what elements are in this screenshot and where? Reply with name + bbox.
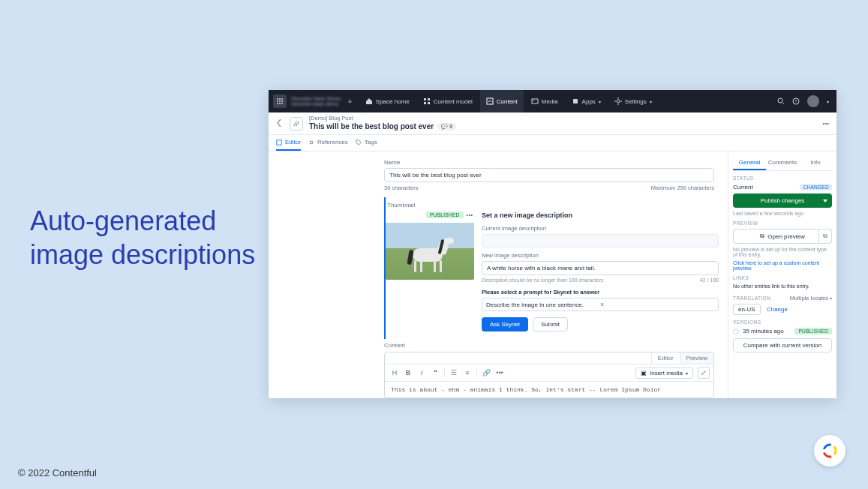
- slide-footer: © 2022 Contentful: [18, 467, 97, 478]
- svg-point-3: [277, 98, 278, 100]
- status-current-label: Current: [733, 184, 753, 190]
- svg-point-6: [277, 100, 278, 102]
- ask-skynet-button[interactable]: Ask Skynet: [482, 317, 528, 332]
- preview-heading: PREVIEW: [733, 220, 832, 226]
- name-label: Name: [384, 159, 400, 166]
- search-icon[interactable]: [777, 98, 785, 105]
- app-window: Describe Hack Demo describe-hack-demo ≡ …: [269, 90, 836, 398]
- app-switcher-button[interactable]: [273, 94, 287, 108]
- open-preview-button[interactable]: ⧉ Open preview ⧉: [733, 229, 832, 244]
- prompt-select[interactable]: Describe the image in one sentence. ×: [482, 298, 719, 311]
- entry-title: This will be the best blog post ever: [309, 122, 434, 131]
- tab-editor[interactable]: Editor: [276, 135, 301, 151]
- compare-version-button[interactable]: Compare with current version: [733, 338, 832, 352]
- sidebar-tab-info[interactable]: Info: [799, 156, 832, 170]
- status-changed-badge: CHANGED: [800, 184, 832, 190]
- svg-point-21: [778, 98, 782, 103]
- rte-tab-editor[interactable]: Editor: [651, 352, 680, 364]
- rte-tab-preview[interactable]: Preview: [680, 352, 713, 364]
- rte-quote-button[interactable]: ❝: [429, 367, 441, 379]
- multiple-locales-button[interactable]: Multiple locales ▾: [790, 295, 832, 302]
- rte-more-button[interactable]: •••: [494, 367, 506, 379]
- user-menu-chevron-icon[interactable]: ▾: [827, 99, 829, 104]
- svg-point-9: [277, 103, 278, 104]
- last-saved-text: Last saved a few seconds ago: [733, 211, 832, 216]
- svg-point-8: [281, 100, 283, 102]
- help-icon[interactable]: ?: [792, 98, 800, 105]
- desc-count: 42 / 100: [700, 278, 719, 283]
- nav-content-model[interactable]: Content model: [417, 90, 479, 112]
- svg-text:?: ?: [795, 99, 797, 104]
- nav-apps[interactable]: Apps▾: [566, 90, 607, 112]
- content-label: Content: [384, 342, 714, 349]
- svg-rect-16: [487, 98, 493, 104]
- tab-references[interactable]: References: [308, 135, 348, 151]
- top-nav-bar: Describe Hack Demo describe-hack-demo ≡ …: [269, 90, 836, 112]
- setup-preview-link[interactable]: Click here to set up a custom content pr…: [733, 260, 832, 271]
- sidebar-tab-general[interactable]: General: [733, 156, 766, 170]
- thumbnail-label: Thumbnail: [387, 202, 719, 208]
- image-icon: ▣: [641, 370, 647, 376]
- svg-rect-15: [428, 102, 430, 104]
- svg-rect-24: [277, 140, 281, 144]
- svg-point-18: [533, 100, 534, 101]
- svg-point-7: [279, 100, 281, 102]
- entry-more-menu[interactable]: •••: [823, 120, 829, 127]
- image-desc-heading: Set a new image description: [482, 212, 719, 219]
- rte-bold-button[interactable]: B: [402, 367, 414, 379]
- space-selector[interactable]: Describe Hack Demo describe-hack-demo: [291, 96, 341, 106]
- thumbnail-more-icon[interactable]: •••: [467, 212, 473, 218]
- svg-rect-12: [424, 98, 426, 100]
- svg-point-10: [279, 103, 281, 104]
- svg-point-5: [281, 98, 283, 100]
- user-avatar[interactable]: [807, 95, 819, 107]
- prompt-clear-icon[interactable]: ×: [600, 301, 714, 308]
- submit-button[interactable]: Submit: [533, 317, 568, 332]
- rte-content[interactable]: This is about - ehm - animals I think. S…: [385, 382, 713, 398]
- locale-chip: en-US: [733, 304, 761, 315]
- entry-sidebar: General Comments Info STATUS Current CHA…: [728, 152, 836, 398]
- nav-media[interactable]: Media: [525, 90, 564, 112]
- entry-tabs: Editor References Tags: [269, 135, 836, 152]
- nav-space-home[interactable]: Space home: [359, 90, 416, 112]
- status-heading: STATUS: [733, 176, 832, 181]
- version-published-badge: PUBLISHED: [794, 328, 832, 334]
- content-type-label: [Demo] Blog Post: [309, 116, 456, 122]
- rte-ol-button[interactable]: ≡: [461, 367, 473, 379]
- thumbnail-image[interactable]: [386, 223, 474, 280]
- version-radio[interactable]: [733, 328, 739, 334]
- sidebar-tab-comments[interactable]: Comments: [766, 156, 799, 170]
- copy-preview-icon[interactable]: ⧉: [818, 229, 832, 244]
- thumbnail-status-badge: PUBLISHED: [426, 212, 464, 218]
- env-menu-icon[interactable]: ≡: [348, 98, 352, 105]
- rte-ul-button[interactable]: ☰: [448, 367, 460, 379]
- insert-media-button[interactable]: ▣Insert media▾: [635, 368, 693, 379]
- rte-fullscreen-button[interactable]: ⤢: [698, 367, 710, 379]
- name-input[interactable]: [384, 168, 714, 182]
- new-desc-input[interactable]: [482, 261, 719, 275]
- no-preview-text: No preview is set up for the content typ…: [733, 247, 832, 257]
- nav-settings[interactable]: Settings▾: [608, 90, 658, 112]
- current-desc-label: Current image description: [482, 225, 719, 232]
- svg-rect-19: [573, 99, 578, 104]
- svg-point-20: [617, 100, 620, 103]
- rte-heading-button[interactable]: H: [389, 367, 401, 379]
- svg-rect-17: [532, 99, 538, 104]
- publish-button[interactable]: Publish changes: [733, 194, 832, 208]
- version-row[interactable]: 35 minutes ago PUBLISHED: [733, 328, 832, 334]
- comments-badge[interactable]: 💬 0: [437, 123, 456, 130]
- rte-italic-button[interactable]: I: [416, 367, 428, 379]
- slide-title: Auto-generated image descriptions: [30, 204, 255, 272]
- entry-header: [Demo] Blog Post This will be the best b…: [269, 112, 836, 135]
- current-desc-value: [482, 234, 719, 248]
- rte-link-button[interactable]: 🔗: [480, 367, 492, 379]
- svg-point-4: [279, 98, 281, 100]
- svg-point-11: [281, 103, 283, 104]
- change-locale-link[interactable]: Change: [767, 306, 788, 313]
- versions-heading: VERSIONS: [733, 320, 832, 325]
- tab-tags[interactable]: Tags: [356, 135, 377, 151]
- contentful-logo: [814, 435, 845, 466]
- name-char-count: 36 characters: [384, 184, 418, 191]
- back-button[interactable]: [276, 118, 282, 129]
- nav-content[interactable]: Content: [480, 90, 524, 112]
